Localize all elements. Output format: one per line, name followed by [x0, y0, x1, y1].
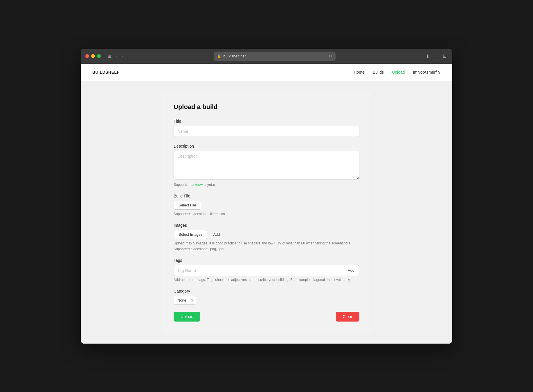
category-section: Category None	[174, 289, 359, 305]
title-label: Title	[174, 119, 359, 124]
markdown-link[interactable]: markdown	[188, 183, 204, 187]
new-tab-button[interactable]: +	[434, 52, 439, 60]
images-section: Images Select Images Add Upload max 5 im…	[174, 223, 359, 251]
maximize-button[interactable]	[97, 54, 101, 58]
form-actions: Upload Clear	[174, 312, 359, 322]
close-button[interactable]	[85, 54, 89, 58]
main-content: Upload a build Title Description Support…	[81, 81, 452, 344]
title-input[interactable]	[174, 126, 359, 137]
reload-button[interactable]: ↺	[329, 54, 332, 58]
build-file-controls: Select File	[174, 201, 359, 210]
tag-name-input[interactable]	[174, 265, 343, 276]
upload-card: Upload a build Title Description Support…	[162, 93, 371, 332]
file-extensions-hint: Supported extensions: .litematica	[174, 212, 359, 216]
browser-actions: ⬆ + ⊡	[425, 52, 448, 60]
markdown-hint: Supports markdown syntax	[174, 183, 359, 187]
images-hint2: Supported extensions: .png, .jpg	[174, 247, 359, 251]
browser-window: ⊞ ‹ › 🔒 buildshelf.net ↺ ⬆ + ⊡ BUILDSHEL…	[81, 49, 452, 344]
forward-button[interactable]: ›	[121, 53, 125, 60]
minimize-button[interactable]	[91, 54, 95, 58]
category-select-wrapper: None	[174, 296, 196, 305]
nav-links: Home Builds Upload ImNotAsmurf ∨	[354, 70, 441, 75]
clear-button[interactable]: Clear	[336, 312, 359, 322]
nav-builds[interactable]: Builds	[373, 70, 384, 75]
traffic-lights	[85, 54, 101, 58]
select-file-button[interactable]: Select File	[174, 201, 201, 210]
share-button[interactable]: ⬆	[425, 52, 431, 60]
images-controls: Select Images Add	[174, 230, 359, 239]
add-tag-button[interactable]: Add	[343, 265, 359, 276]
navbar: BUILDSHELF Home Builds Upload ImNotAsmur…	[81, 64, 452, 81]
description-input[interactable]	[174, 151, 359, 180]
page-title: Upload a build	[174, 103, 359, 111]
sidebar-toggle-button[interactable]: ⊞	[107, 53, 112, 60]
nav-user[interactable]: ImNotAsmurf ∨	[413, 70, 441, 75]
select-images-button[interactable]: Select Images	[174, 230, 207, 239]
tags-label: Tags	[174, 258, 359, 263]
category-label: Category	[174, 289, 359, 293]
upload-button[interactable]: Upload	[174, 312, 200, 322]
build-file-section: Build File Select File Supported extensi…	[174, 194, 359, 216]
browser-titlebar: ⊞ ‹ › 🔒 buildshelf.net ↺ ⬆ + ⊡	[81, 49, 452, 64]
address-bar[interactable]: 🔒 buildshelf.net ↺	[214, 52, 336, 61]
tabs-button[interactable]: ⊡	[442, 52, 448, 60]
back-button[interactable]: ‹	[115, 53, 118, 60]
nav-home[interactable]: Home	[354, 70, 364, 75]
brand-logo: BUILDSHELF	[92, 70, 120, 75]
url-text: buildshelf.net	[224, 54, 246, 58]
category-select[interactable]: None	[174, 296, 196, 305]
build-file-label: Build File	[174, 194, 359, 198]
images-hint1: Upload max 5 images. It is good practice…	[174, 241, 359, 245]
description-label: Description	[174, 144, 359, 148]
images-label: Images	[174, 223, 359, 228]
lock-icon: 🔒	[217, 54, 221, 58]
add-images-button[interactable]: Add	[210, 230, 223, 239]
title-section: Title	[174, 119, 359, 137]
tags-input-row: Add	[174, 265, 359, 276]
nav-upload[interactable]: Upload	[392, 70, 405, 75]
page: BUILDSHELF Home Builds Upload ImNotAsmur…	[81, 64, 452, 344]
description-section: Description Supports markdown syntax	[174, 144, 359, 187]
tags-section: Tags Add Add up to three tags. Tags shou…	[174, 258, 359, 282]
tags-hint: Add up to three tags. Tags should be adj…	[174, 278, 359, 282]
browser-controls: ⊞ ‹ ›	[107, 53, 124, 60]
